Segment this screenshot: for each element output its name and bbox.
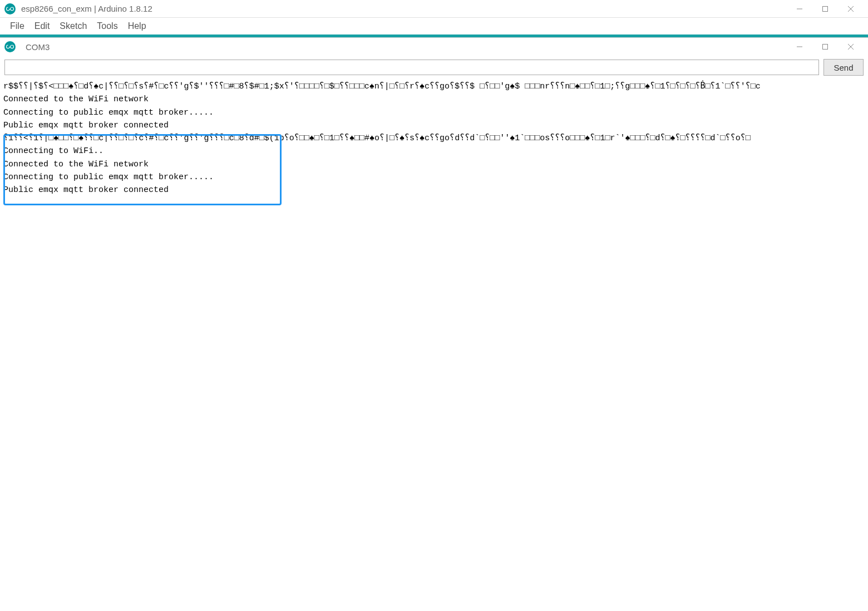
main-title-bar: esp8266_con_exm | Arduino 1.8.12 (0, 0, 868, 18)
serial-line: Connected to the WiFi network (3, 158, 865, 171)
send-button[interactable]: Send (823, 59, 864, 76)
main-window: esp8266_con_exm | Arduino 1.8.12 File Ed… (0, 0, 868, 611)
svg-rect-1 (823, 6, 828, 11)
arduino-logo-icon (4, 41, 16, 52)
serial-window-title: COM3 (26, 42, 787, 52)
menu-sketch[interactable]: Sketch (55, 19, 91, 33)
minimize-icon (797, 6, 802, 12)
menu-file[interactable]: File (6, 19, 29, 33)
serial-line: Connecting to WiFi.. (3, 145, 865, 157)
serial-line: Connected to the WiFi network (3, 93, 865, 106)
serial-input[interactable] (4, 60, 819, 75)
serial-line: Connecting to public emqx mqtt broker...… (3, 171, 865, 184)
svg-rect-5 (823, 45, 828, 50)
close-icon (848, 6, 854, 12)
serial-title-bar: COM3 (0, 38, 868, 56)
menu-tools[interactable]: Tools (92, 19, 122, 33)
arduino-logo-icon (4, 3, 16, 14)
main-window-controls (787, 0, 864, 18)
serial-minimize-button[interactable] (787, 38, 812, 56)
serial-line: Connecting to public emqx mqtt broker...… (3, 106, 865, 119)
close-button[interactable] (838, 0, 864, 18)
menu-bar: File Edit Sketch Tools Help (0, 18, 868, 35)
serial-monitor-window: COM3 Send r$$⸮⸮|⸮$⸮<□□□♠⸮□d⸮♠c|⸮⸮□⸮□⸮s⸮#… (0, 37, 868, 611)
serial-line: Public emqx mqtt broker connected (3, 184, 865, 196)
serial-line: Public emqx mqtt broker connected (3, 119, 865, 132)
menu-help[interactable]: Help (124, 19, 151, 33)
serial-output[interactable]: r$$⸮⸮|⸮$⸮<□□□♠⸮□d⸮♠c|⸮⸮□⸮□⸮s⸮#⸮□c⸮⸮'g⸮$'… (0, 79, 868, 611)
serial-maximize-button[interactable] (812, 38, 838, 56)
minimize-icon (797, 44, 802, 50)
serial-close-button[interactable] (838, 38, 864, 56)
main-window-title: esp8266_con_exm | Arduino 1.8.12 (21, 4, 787, 13)
serial-line: r$$⸮⸮|⸮$⸮<□□□♠⸮□d⸮♠c|⸮⸮□⸮□⸮s⸮#⸮□c⸮⸮'g⸮$'… (3, 80, 865, 93)
serial-window-controls (787, 38, 864, 56)
close-icon (848, 44, 854, 50)
serial-line: ⸮1⸮⸮<⸮1⸮|□♠□□⸮□♠⸮⸮□c|⸮⸮□⸮□⸮c⸮#⸮□c⸮⸮'g⸮⸮'… (3, 132, 865, 145)
serial-input-row: Send (0, 56, 868, 79)
menu-edit[interactable]: Edit (30, 19, 55, 33)
maximize-button[interactable] (812, 0, 838, 18)
maximize-icon (822, 6, 828, 12)
minimize-button[interactable] (787, 0, 812, 18)
maximize-icon (822, 44, 828, 50)
